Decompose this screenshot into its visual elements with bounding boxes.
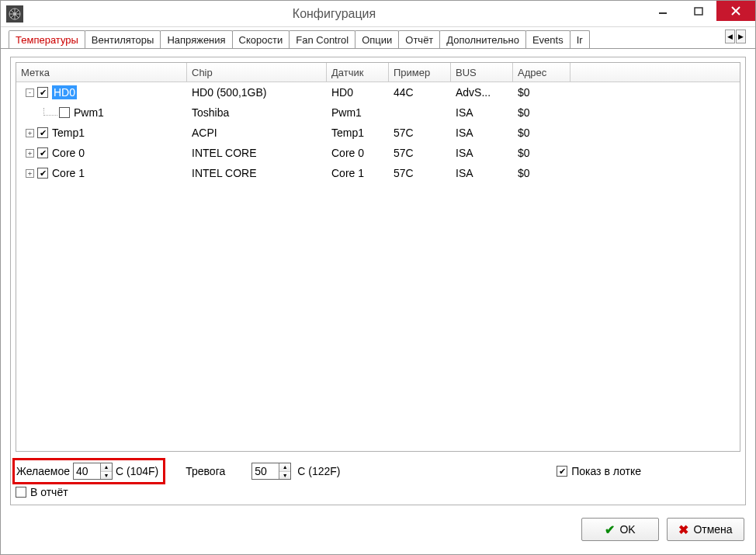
- col-header-label[interactable]: Метка: [16, 63, 187, 82]
- minimize-button[interactable]: [645, 1, 681, 21]
- cancel-button[interactable]: ✖ Отмена: [667, 518, 744, 541]
- cell-label: -HD0: [16, 85, 187, 99]
- ok-button[interactable]: ✔ OK: [581, 518, 659, 541]
- cell-chip: HD0 (500,1GB): [187, 86, 327, 99]
- table-row[interactable]: +Core 0INTEL CORECore 057CISA$0: [16, 143, 740, 163]
- table-row[interactable]: Pwm1ToshibaPwm1ISA$0: [16, 102, 740, 123]
- maximize-button[interactable]: [681, 1, 716, 21]
- tab-0[interactable]: Температуры: [9, 30, 85, 48]
- row-label: HD0: [52, 85, 77, 99]
- tab-7[interactable]: Дополнительно: [439, 30, 526, 48]
- row-checkbox[interactable]: [37, 87, 48, 98]
- title-bar: Конфигурация: [1, 1, 755, 27]
- row-checkbox[interactable]: [37, 147, 48, 158]
- cell-sample: 57C: [389, 167, 451, 179]
- desired-spinner[interactable]: ▲ ▼: [73, 463, 113, 480]
- window-controls: [645, 1, 755, 26]
- svg-point-1: [13, 12, 16, 16]
- alarm-spinner[interactable]: ▲ ▼: [251, 463, 291, 480]
- desired-input[interactable]: [74, 463, 100, 479]
- tray-label: Показ в лотке: [571, 465, 641, 477]
- cell-label: +Core 1: [16, 167, 187, 179]
- cell-addr: $0: [513, 106, 570, 119]
- cell-addr: $0: [513, 167, 570, 179]
- row-checkbox[interactable]: [59, 107, 70, 118]
- cell-sample: 57C: [389, 147, 451, 159]
- alarm-suffix: C (122F): [297, 465, 340, 477]
- desired-suffix: C (104F): [116, 465, 158, 477]
- alarm-down[interactable]: ▼: [279, 471, 290, 480]
- table-row[interactable]: +Temp1ACPITemp157CISA$0: [16, 123, 740, 143]
- table-row[interactable]: -HD0HD0 (500,1GB)HD044CAdvS...$0: [16, 82, 740, 102]
- cell-bus: ISA: [451, 167, 513, 179]
- close-button[interactable]: [716, 1, 755, 21]
- row-label: Pwm1: [74, 106, 104, 119]
- check-icon: ✔: [605, 522, 615, 537]
- col-header-sensor[interactable]: Датчик: [327, 63, 389, 82]
- in-report-label: В отчёт: [30, 486, 68, 498]
- grid-header: Метка Chip Датчик Пример BUS Адрес: [16, 63, 740, 82]
- cancel-label: Отмена: [693, 523, 732, 536]
- temperatures-panel: Метка Chip Датчик Пример BUS Адрес -HD0H…: [10, 57, 746, 505]
- cell-label: +Core 0: [16, 147, 187, 159]
- row-label: Temp1: [52, 127, 85, 139]
- tab-8[interactable]: Events: [525, 30, 570, 48]
- sensor-grid: Метка Chip Датчик Пример BUS Адрес -HD0H…: [16, 62, 740, 452]
- ok-label: OK: [619, 523, 635, 536]
- cell-sensor: HD0: [327, 86, 389, 99]
- expand-icon[interactable]: +: [26, 169, 34, 178]
- expand-icon[interactable]: +: [26, 129, 34, 137]
- cell-bus: AdvS...: [451, 86, 513, 99]
- window-title: Конфигурация: [23, 7, 645, 21]
- cell-label: Pwm1: [16, 106, 187, 119]
- tray-checkbox[interactable]: [557, 466, 567, 477]
- dialog-footer: ✔ OK ✖ Отмена: [1, 512, 755, 547]
- table-row[interactable]: +Core 1INTEL CORECore 157CISA$0: [16, 163, 740, 183]
- alarm-up[interactable]: ▲: [279, 463, 290, 471]
- desired-up[interactable]: ▲: [101, 463, 112, 471]
- cell-sample: 57C: [389, 127, 451, 139]
- tab-scroll-left[interactable]: ◀: [725, 29, 735, 43]
- svg-rect-3: [695, 8, 702, 15]
- row-checkbox[interactable]: [37, 168, 48, 179]
- row-label: Core 0: [52, 147, 85, 159]
- col-header-rest: [570, 63, 740, 82]
- desired-down[interactable]: ▼: [101, 471, 112, 480]
- cell-addr: $0: [513, 127, 570, 139]
- tab-1[interactable]: Вентиляторы: [85, 30, 161, 48]
- cell-sensor: Core 1: [327, 167, 389, 179]
- in-report-checkbox[interactable]: [16, 487, 26, 498]
- cell-chip: INTEL CORE: [187, 147, 327, 159]
- bottom-controls: Желаемое ▲ ▼ C (104F) Тревога ▲: [11, 456, 745, 505]
- cell-addr: $0: [513, 147, 570, 159]
- desired-highlight-box: Желаемое ▲ ▼ C (104F): [12, 458, 165, 484]
- col-header-bus[interactable]: BUS: [451, 63, 513, 82]
- cell-label: +Temp1: [16, 127, 187, 139]
- cell-sensor: Temp1: [327, 127, 389, 139]
- tab-6[interactable]: Отчёт: [398, 30, 440, 48]
- row-checkbox[interactable]: [37, 127, 48, 138]
- cell-sample: 44C: [389, 86, 451, 99]
- col-header-chip[interactable]: Chip: [187, 63, 327, 82]
- tab-5[interactable]: Опции: [355, 30, 399, 48]
- tab-3[interactable]: Скорости: [232, 30, 290, 48]
- cell-bus: ISA: [451, 127, 513, 139]
- col-header-addr[interactable]: Адрес: [513, 63, 570, 82]
- cell-sensor: Pwm1: [327, 106, 389, 119]
- cell-addr: $0: [513, 86, 570, 99]
- expand-icon[interactable]: +: [26, 149, 34, 158]
- cell-bus: ISA: [451, 106, 513, 119]
- alarm-input[interactable]: [252, 463, 279, 479]
- tab-9[interactable]: Ir: [570, 30, 590, 48]
- tab-strip: ТемпературыВентиляторыНапряженияСкорости…: [1, 27, 755, 49]
- tab-4[interactable]: Fan Control: [289, 30, 355, 48]
- tab-scroll-right[interactable]: ▶: [736, 29, 746, 43]
- cell-bus: ISA: [451, 147, 513, 159]
- cell-chip: Toshiba: [187, 106, 327, 119]
- cell-sensor: Core 0: [327, 147, 389, 159]
- alarm-label: Тревога: [186, 465, 225, 477]
- cell-chip: INTEL CORE: [187, 167, 327, 179]
- tab-2[interactable]: Напряжения: [160, 30, 232, 48]
- collapse-icon[interactable]: -: [26, 88, 34, 97]
- col-header-sample[interactable]: Пример: [389, 63, 451, 82]
